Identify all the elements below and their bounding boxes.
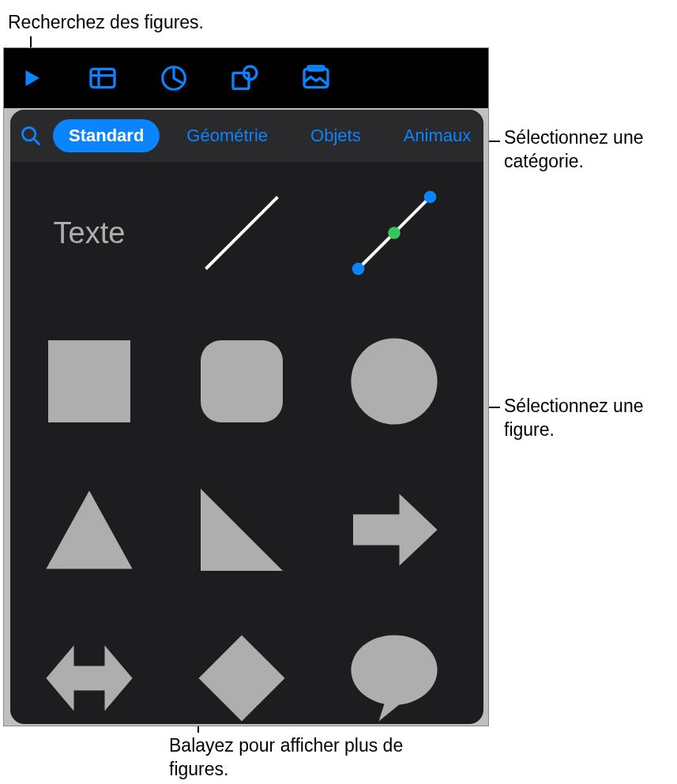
shape-square[interactable] [34,326,145,437]
shape-curve[interactable] [339,178,449,288]
toolbar [4,48,488,108]
shape-arrow-right[interactable] [339,475,449,585]
svg-rect-12 [201,340,283,422]
shapes-grid: Texte [10,162,483,724]
shape-text[interactable]: Texte [34,178,145,288]
shape-double-arrow[interactable] [34,623,145,724]
chart-icon[interactable] [154,58,194,98]
shape-right-triangle[interactable] [186,475,297,585]
shape-circle[interactable] [339,326,449,437]
play-icon[interactable] [12,58,51,98]
svg-line-7 [206,197,278,269]
media-icon[interactable] [296,58,336,98]
svg-point-13 [351,338,437,424]
search-icon[interactable] [20,123,42,148]
svg-point-10 [424,191,437,204]
callout-shape: Sélectionnez une figure. [504,395,670,442]
shapes-icon[interactable] [225,58,265,98]
shape-diamond[interactable] [186,623,297,724]
svg-marker-16 [353,494,438,566]
svg-point-8 [352,263,365,276]
svg-marker-14 [46,491,132,569]
popover-header: Standard Géométrie Objets Animaux [10,110,483,162]
table-icon[interactable] [83,58,122,98]
tab-animals[interactable]: Animaux [388,119,483,152]
callout-category: Sélectionnez une catégorie. [504,126,670,174]
svg-rect-11 [48,340,130,422]
callout-swipe: Balayez pour afficher plus de figures. [169,734,406,782]
svg-rect-2 [233,73,249,88]
svg-marker-18 [198,635,284,721]
callout-line [487,141,500,142]
shape-text-label: Texte [54,216,126,250]
shape-triangle[interactable] [34,475,145,585]
tab-objects[interactable]: Objets [295,119,377,152]
shape-speech-bubble[interactable] [339,623,449,724]
app-window: Standard Géométrie Objets Animaux Texte [3,47,489,726]
svg-point-19 [351,635,437,704]
shapes-popover: Standard Géométrie Objets Animaux Texte [10,110,483,724]
callout-search: Recherchez des figures. [8,11,204,35]
svg-point-9 [388,227,401,239]
tab-geometry[interactable]: Géométrie [171,119,284,152]
svg-rect-0 [91,69,115,87]
svg-marker-15 [201,489,283,571]
shape-line[interactable] [186,178,297,288]
shape-rounded-square[interactable] [186,326,297,437]
svg-marker-17 [46,645,132,711]
tab-standard[interactable]: Standard [53,119,160,152]
callout-line [487,407,500,408]
